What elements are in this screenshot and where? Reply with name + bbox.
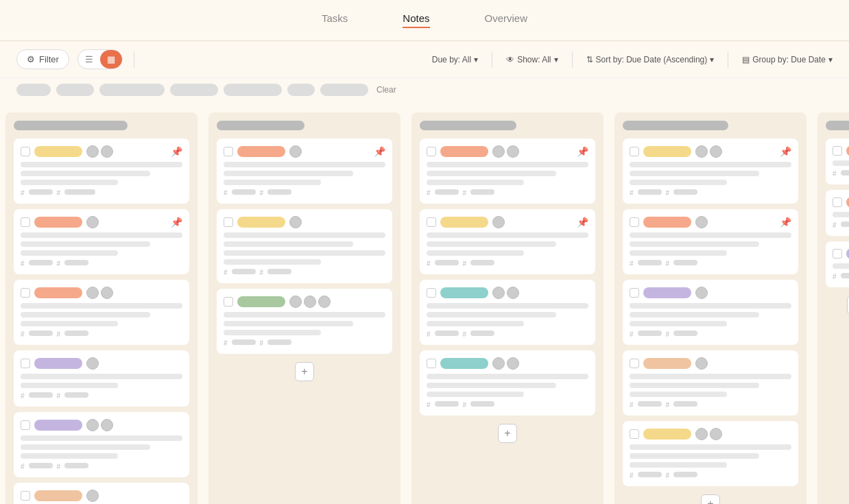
card-checkbox[interactable]	[21, 491, 30, 501]
card-avatars	[695, 357, 708, 370]
hashtag-icon: #	[427, 260, 431, 267]
line	[630, 383, 759, 388]
line	[427, 180, 524, 185]
card-checkbox[interactable]	[427, 288, 436, 298]
card-checkbox[interactable]	[224, 297, 233, 307]
card-tag	[34, 420, 82, 431]
line	[21, 180, 118, 185]
filter-chip-5[interactable]	[224, 84, 282, 96]
card-checkbox[interactable]	[21, 217, 30, 227]
hashtag-bar	[232, 269, 256, 274]
sort-icon: ⇅	[586, 55, 593, 64]
tab-tasks[interactable]: Tasks	[322, 12, 348, 28]
add-card-button[interactable]: +	[295, 362, 314, 381]
card-checkbox[interactable]	[21, 147, 30, 156]
card-hashtags: # #	[427, 401, 588, 409]
pin-icon[interactable]: 📌	[577, 146, 588, 157]
hashtag-bar	[638, 260, 662, 265]
card-checkbox[interactable]	[21, 420, 30, 430]
card-hashtags: # #	[833, 221, 849, 229]
filter-chip-1[interactable]	[16, 84, 51, 96]
board-view-button[interactable]: ▦	[100, 50, 122, 69]
pin-icon[interactable]: 📌	[171, 146, 182, 157]
line	[224, 321, 353, 326]
card-checkbox[interactable]	[630, 429, 639, 439]
hashtag-bar	[673, 472, 697, 477]
card-checkbox[interactable]	[630, 217, 639, 227]
hashtag-bar	[470, 401, 494, 407]
line	[21, 241, 150, 247]
hashtag-bar	[29, 331, 53, 336]
group-chevron: ▾	[828, 55, 833, 64]
hashtag-bar	[64, 463, 88, 468]
filter-chip-4[interactable]	[170, 84, 218, 96]
pin-icon[interactable]: 📌	[577, 217, 588, 228]
avatar	[507, 145, 519, 158]
line	[224, 259, 321, 265]
filter-chip-7[interactable]	[320, 84, 368, 96]
card-tag	[643, 146, 691, 157]
hashtag-bar	[64, 331, 88, 336]
card-checkbox[interactable]	[630, 359, 639, 368]
filter-chip-2[interactable]	[56, 84, 94, 96]
avatar	[86, 419, 99, 431]
clear-button[interactable]: Clear	[376, 85, 396, 95]
avatar	[289, 216, 302, 228]
card-hashtags: # #	[427, 331, 588, 338]
due-by-select[interactable]: Due by: All ▾	[432, 55, 478, 64]
add-card-button[interactable]: +	[498, 424, 517, 443]
avatar	[86, 357, 99, 370]
card-checkbox[interactable]	[427, 217, 436, 227]
card-avatars	[86, 490, 99, 502]
card-lines	[630, 232, 791, 256]
show-chevron: ▾	[554, 55, 558, 64]
pin-icon[interactable]: 📌	[374, 146, 385, 157]
filter-chip-6[interactable]	[287, 84, 315, 96]
line	[21, 453, 118, 459]
show-select[interactable]: 👁 Show: All ▾	[506, 55, 558, 64]
tab-notes[interactable]: Notes	[403, 12, 429, 28]
avatar	[289, 145, 302, 158]
card-checkbox[interactable]	[21, 359, 30, 368]
card-checkbox[interactable]	[833, 249, 842, 259]
line	[630, 374, 791, 379]
hashtag-bar	[267, 269, 291, 274]
pin-icon[interactable]: 📌	[171, 217, 182, 228]
line	[630, 321, 727, 326]
card: # #	[14, 350, 189, 407]
card-tag	[643, 287, 691, 298]
avatar	[695, 216, 708, 228]
sort-chevron: ▾	[710, 55, 714, 64]
add-card-button[interactable]: +	[701, 494, 720, 504]
tab-overview[interactable]: Overview	[485, 12, 528, 28]
line	[21, 321, 118, 326]
card-checkbox[interactable]	[427, 359, 436, 368]
pin-icon[interactable]: 📌	[780, 217, 791, 228]
card-checkbox[interactable]	[833, 146, 842, 156]
column-5-header	[826, 121, 849, 130]
hashtag-icon: #	[427, 401, 431, 409]
card-hashtags: # #	[21, 392, 182, 400]
hashtag-icon: #	[666, 260, 670, 267]
list-view-button[interactable]: ☰	[78, 50, 100, 69]
avatar	[86, 145, 99, 158]
list-icon: ☰	[85, 54, 93, 64]
pin-icon[interactable]: 📌	[780, 146, 791, 157]
card-checkbox[interactable]	[224, 217, 233, 227]
group-select[interactable]: ▤ Group by: Due Date ▾	[742, 55, 833, 64]
card-checkbox[interactable]	[224, 147, 233, 156]
card-checkbox[interactable]	[833, 197, 842, 207]
hashtag-icon: #	[463, 260, 467, 267]
filter-button[interactable]: ⚙ Filter	[16, 49, 69, 69]
card-checkbox[interactable]	[630, 147, 639, 156]
card-checkbox[interactable]	[427, 147, 436, 156]
avatar	[101, 145, 113, 158]
card-avatars	[86, 357, 99, 370]
card-checkbox[interactable]	[21, 288, 30, 298]
sort-select[interactable]: ⇅ Sort by: Due Date (Ascending) ▾	[586, 55, 715, 64]
card-checkbox[interactable]	[630, 288, 639, 298]
card-avatars	[86, 216, 99, 228]
card: # #	[217, 289, 392, 354]
line	[630, 462, 727, 468]
filter-chip-3[interactable]	[99, 84, 165, 96]
